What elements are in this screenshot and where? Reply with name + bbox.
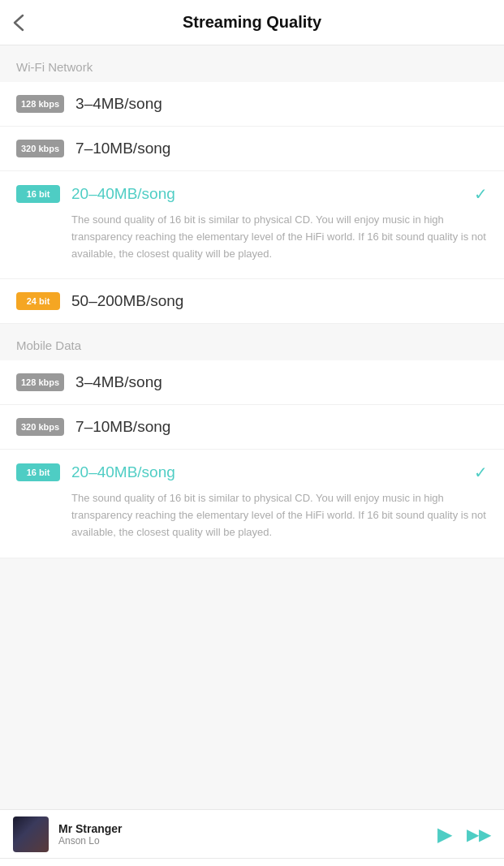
wifi-128-label: 3–4MB/song xyxy=(75,95,488,113)
wifi-24bit-badge: 24 bit xyxy=(16,292,60,310)
header: Streaming Quality xyxy=(0,0,504,45)
wifi-16bit-check-icon: ✓ xyxy=(474,184,488,204)
mobile-16bit-description: The sound quality of 16 bit is similar t… xyxy=(16,482,488,544)
wifi-320-main: 320 kbps 7–10MB/song xyxy=(16,140,488,157)
wifi-320-label: 7–10MB/song xyxy=(75,140,488,157)
track-info: Mr Stranger Anson Lo xyxy=(58,822,437,847)
wifi-16bit-row[interactable]: 16 bit 20–40MB/song ✓ The sound quality … xyxy=(0,171,504,279)
section-wifi-label: Wi-Fi Network xyxy=(0,45,504,82)
player-controls: ▶ ▶▶ xyxy=(437,823,491,846)
mobile-16bit-check-icon: ✓ xyxy=(474,463,488,482)
mobile-128-label: 3–4MB/song xyxy=(75,373,488,391)
bottom-nav: Home Collections Search Charts xyxy=(0,858,504,866)
mobile-16bit-badge: 16 bit xyxy=(16,463,60,481)
play-button[interactable]: ▶ xyxy=(437,823,452,846)
nav-home[interactable]: Home xyxy=(0,859,101,866)
content-area: Wi-Fi Network 128 kbps 3–4MB/song 320 kb… xyxy=(0,45,504,809)
track-title: Mr Stranger xyxy=(58,822,437,835)
mobile-320-row[interactable]: 320 kbps 7–10MB/song xyxy=(0,405,504,450)
mobile-128-main: 128 kbps 3–4MB/song xyxy=(16,373,488,391)
back-button[interactable] xyxy=(13,14,24,32)
wifi-16bit-label: 20–40MB/song xyxy=(71,185,474,203)
mobile-320-badge: 320 kbps xyxy=(16,418,64,436)
mobile-16bit-label: 20–40MB/song xyxy=(71,463,474,481)
album-art xyxy=(13,816,49,852)
now-playing-bar[interactable]: Mr Stranger Anson Lo ▶ ▶▶ xyxy=(0,809,504,858)
nav-collections[interactable]: Collections xyxy=(101,859,201,866)
mobile-320-main: 320 kbps 7–10MB/song xyxy=(16,418,488,436)
nav-charts[interactable]: Charts xyxy=(303,859,403,866)
wifi-16bit-description: The sound quality of 16 bit is similar t… xyxy=(16,204,488,265)
wifi-24bit-main: 24 bit 50–200MB/song xyxy=(16,292,488,310)
nav-more[interactable]: More xyxy=(403,859,504,866)
album-art-image xyxy=(13,816,49,852)
wifi-128-row[interactable]: 128 kbps 3–4MB/song xyxy=(0,82,504,127)
section-mobile-label: Mobile Data xyxy=(0,324,504,360)
wifi-320-row[interactable]: 320 kbps 7–10MB/song xyxy=(0,127,504,171)
mobile-128-row[interactable]: 128 kbps 3–4MB/song xyxy=(0,360,504,405)
mobile-320-label: 7–10MB/song xyxy=(75,418,488,436)
wifi-128-main: 128 kbps 3–4MB/song xyxy=(16,95,488,113)
mobile-16bit-row[interactable]: 16 bit 20–40MB/song ✓ The sound quality … xyxy=(0,450,504,558)
wifi-24bit-label: 50–200MB/song xyxy=(71,292,488,310)
wifi-128-badge: 128 kbps xyxy=(16,95,64,113)
mobile-16bit-main: 16 bit 20–40MB/song ✓ xyxy=(16,463,488,482)
track-artist: Anson Lo xyxy=(58,835,437,847)
nav-search[interactable]: Search xyxy=(201,859,302,866)
page-title: Streaming Quality xyxy=(183,13,321,32)
mobile-128-badge: 128 kbps xyxy=(16,373,64,391)
wifi-16bit-badge: 16 bit xyxy=(16,185,60,203)
wifi-16bit-main: 16 bit 20–40MB/song ✓ xyxy=(16,184,488,204)
wifi-320-badge: 320 kbps xyxy=(16,140,64,157)
skip-button[interactable]: ▶▶ xyxy=(467,825,491,844)
wifi-24bit-row[interactable]: 24 bit 50–200MB/song xyxy=(0,279,504,324)
